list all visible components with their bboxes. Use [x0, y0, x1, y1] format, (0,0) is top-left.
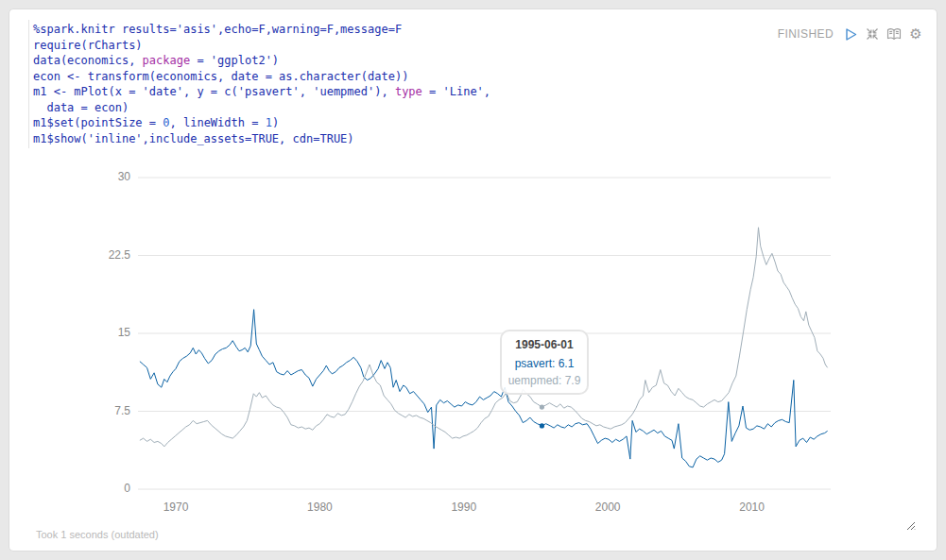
paragraph-card: %spark.knitr results='asis',echo=F,warni…: [9, 8, 937, 552]
y-tick-label: 7.5: [66, 404, 130, 417]
notebook-page: %spark.knitr results='asis',echo=F,warni…: [0, 0, 946, 560]
collapse-button[interactable]: [865, 26, 880, 42]
y-tick-label: 30: [66, 170, 130, 183]
y-tick-label: 15: [66, 326, 130, 339]
code-line: %spark.knitr results='asis',echo=F,warni…: [33, 22, 490, 38]
plot-svg[interactable]: [138, 172, 831, 504]
code-editor[interactable]: %spark.knitr results='asis',echo=F,warni…: [28, 20, 490, 148]
hover-dot-psavert: [540, 423, 544, 428]
x-axis-labels: 19701980199020002010: [138, 501, 831, 519]
x-tick-label: 1970: [163, 501, 189, 514]
hover-dot-uempmed: [540, 405, 544, 410]
code-line: m1$show('inline',include_assets=TRUE, cd…: [33, 131, 490, 147]
status-badge: FINISHED: [778, 27, 834, 41]
code-line: require(rCharts): [33, 38, 490, 54]
output-toggle-button[interactable]: [886, 26, 902, 42]
y-tick-label: 0: [66, 482, 130, 495]
series-line-uempmed: [140, 228, 828, 447]
execution-time-text: Took 1 seconds (outdated): [36, 529, 159, 540]
x-tick-label: 1990: [451, 501, 476, 514]
chart-area: 07.51522.530 19701980199020002010: [9, 170, 917, 529]
y-axis-labels: 07.51522.530: [66, 170, 130, 501]
run-button[interactable]: [843, 26, 858, 42]
x-tick-label: 1980: [307, 501, 333, 514]
paragraph-status-row: FINISHED: [778, 26, 923, 42]
code-line: econ <- transform(economics, date = as.c…: [33, 69, 490, 85]
x-tick-label: 2000: [595, 501, 621, 514]
code-line: data = econ): [33, 100, 490, 116]
code-line: data(economics, package = 'ggplot2'): [33, 53, 490, 69]
compress-icon: [866, 27, 879, 41]
settings-button[interactable]: ⚙: [908, 26, 923, 42]
x-tick-label: 2010: [739, 501, 765, 514]
code-line: m1 <- mPlot(x = 'date', y = c('psavert',…: [33, 84, 490, 100]
gear-icon: ⚙: [909, 27, 921, 42]
play-icon: [844, 27, 858, 42]
code-line: m1$set(pointSize = 0, lineWidth = 1): [33, 115, 490, 131]
resize-handle[interactable]: [904, 519, 916, 531]
y-tick-label: 22.5: [66, 248, 130, 262]
book-icon: [886, 27, 902, 41]
